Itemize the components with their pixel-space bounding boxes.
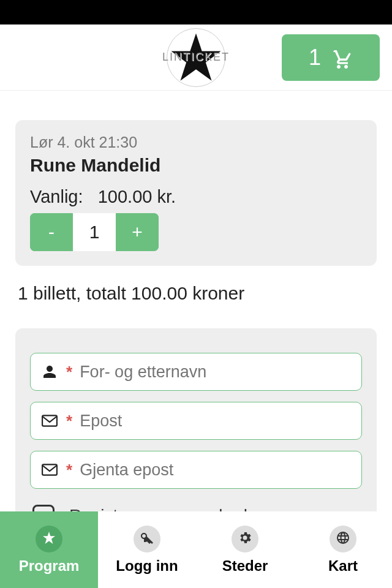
gear-icon xyxy=(238,530,252,548)
logo[interactable]: LINTICKET xyxy=(167,28,225,87)
bottom-nav: Program Logg inn Steder Kart xyxy=(0,511,392,588)
cart-count: 1 xyxy=(309,45,321,70)
cart-icon xyxy=(328,47,353,69)
nav-program[interactable]: Program xyxy=(0,511,98,588)
logo-text: LINTICKET xyxy=(162,51,230,64)
email-repeat-input[interactable] xyxy=(80,461,352,480)
svg-rect-2 xyxy=(42,464,57,475)
event-panel: Lør 4. okt 21:30 Rune Mandelid Vanlig: 1… xyxy=(15,120,377,266)
nav-places-label: Steder xyxy=(222,557,268,575)
required-mark: * xyxy=(66,412,72,431)
quantity-stepper: - 1 + xyxy=(30,213,159,251)
name-input[interactable] xyxy=(80,363,352,382)
required-mark: * xyxy=(66,461,72,480)
increase-button[interactable]: + xyxy=(116,213,159,251)
price-row: Vanlig: 100.00 kr. xyxy=(30,187,362,207)
email-input[interactable] xyxy=(80,412,352,431)
header: LINTICKET 1 xyxy=(0,24,392,91)
person-icon xyxy=(40,364,59,379)
quantity-value: 1 xyxy=(73,213,116,251)
star-icon xyxy=(42,530,56,548)
ticket-price: 100.00 kr. xyxy=(98,187,176,206)
event-title: Rune Mandelid xyxy=(30,155,362,176)
nav-map-label: Kart xyxy=(328,557,358,575)
envelope-icon xyxy=(40,464,59,476)
nav-map[interactable]: Kart xyxy=(294,511,392,588)
email-field-wrap[interactable]: * xyxy=(30,402,362,440)
status-bar xyxy=(0,0,392,24)
decrease-button[interactable]: - xyxy=(30,213,73,251)
checkout-form: * * * Registrer meg som bruker xyxy=(15,328,377,541)
nav-login-label: Logg inn xyxy=(116,557,178,575)
key-icon xyxy=(140,530,154,548)
svg-rect-1 xyxy=(42,415,57,426)
nav-program-label: Program xyxy=(19,557,80,575)
nav-login[interactable]: Logg inn xyxy=(98,511,196,588)
name-field-wrap[interactable]: * xyxy=(30,353,362,391)
required-mark: * xyxy=(66,363,72,382)
ticket-type: Vanlig: xyxy=(30,187,83,206)
envelope-icon xyxy=(40,415,59,427)
email-repeat-field-wrap[interactable]: * xyxy=(30,451,362,489)
event-date: Lør 4. okt 21:30 xyxy=(30,134,362,151)
nav-places[interactable]: Steder xyxy=(196,511,294,588)
globe-icon xyxy=(336,530,350,548)
cart-button[interactable]: 1 xyxy=(282,34,380,81)
order-summary: 1 billett, totalt 100.00 kroner xyxy=(18,283,374,304)
